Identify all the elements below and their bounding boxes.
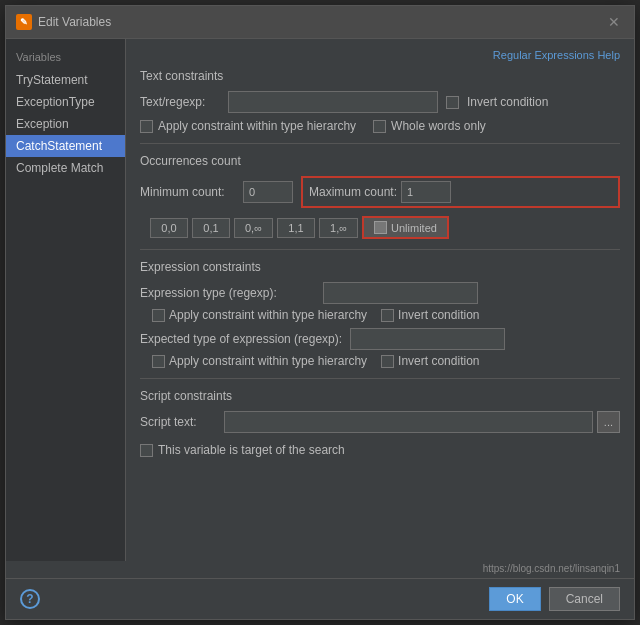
- title-bar: ✎ Edit Variables ✕: [6, 6, 634, 39]
- unlimited-button[interactable]: Unlimited: [362, 216, 449, 239]
- expected-type-label: Expected type of expression (regexp):: [140, 332, 342, 346]
- help-link[interactable]: Regular Expressions Help: [140, 49, 620, 61]
- min-count-label: Minimum count:: [140, 185, 235, 199]
- footer-right: OK Cancel: [489, 587, 620, 611]
- apply-constraint-checkbox-3[interactable]: [152, 355, 165, 368]
- apply-constraint-label-1: Apply constraint within type hierarchy: [158, 119, 356, 133]
- text-constraints-title: Text constraints: [140, 69, 620, 83]
- preset-1-inf[interactable]: 1,∞: [319, 218, 358, 238]
- invert-condition-checkbox-1[interactable]: [446, 96, 459, 109]
- dialog-title: Edit Variables: [38, 15, 111, 29]
- sidebar-item-complete-match[interactable]: Complete Match: [6, 157, 125, 179]
- sidebar-item-exception[interactable]: Exception: [6, 113, 125, 135]
- max-count-label: Maximum count:: [309, 185, 397, 199]
- max-count-input[interactable]: [401, 181, 451, 203]
- sidebar-item-exception-type[interactable]: ExceptionType: [6, 91, 125, 113]
- occurrences-title: Occurrences count: [140, 154, 620, 168]
- unlimited-checkbox-icon: [374, 221, 387, 234]
- ok-button[interactable]: OK: [489, 587, 540, 611]
- apply-constraint-row-1: Apply constraint within type hierarchy W…: [140, 119, 620, 133]
- apply-constraint-checkbox-2[interactable]: [152, 309, 165, 322]
- target-checkbox[interactable]: [140, 444, 153, 457]
- script-constraints-title: Script constraints: [140, 389, 620, 403]
- apply-constraint-label-3: Apply constraint within type hierarchy: [169, 354, 367, 368]
- apply-constraint-label-2: Apply constraint within type hierarchy: [169, 308, 367, 322]
- watermark: https://blog.csdn.net/linsanqin1: [6, 561, 634, 578]
- expected-type-row: Expected type of expression (regexp):: [140, 328, 620, 350]
- max-count-section: Maximum count:: [301, 176, 620, 208]
- expr-type-label: Expression type (regexp):: [140, 286, 315, 300]
- edit-variables-dialog: ✎ Edit Variables ✕ Variables TryStatemen…: [5, 5, 635, 620]
- dialog-footer: ? OK Cancel: [6, 578, 634, 619]
- whole-words-label: Whole words only: [391, 119, 486, 133]
- invert-condition-label-1: Invert condition: [467, 95, 548, 109]
- footer-left: ?: [20, 589, 40, 609]
- script-text-label: Script text:: [140, 415, 220, 429]
- sidebar-label: Variables: [6, 47, 125, 69]
- invert-condition-label-2: Invert condition: [398, 308, 479, 322]
- divider-2: [140, 249, 620, 250]
- sidebar-item-catch-statement[interactable]: CatchStatement: [6, 135, 125, 157]
- help-circle-button[interactable]: ?: [20, 589, 40, 609]
- invert-condition-checkbox-2[interactable]: [381, 309, 394, 322]
- min-count-input[interactable]: [243, 181, 293, 203]
- expr-type-row: Expression type (regexp):: [140, 282, 620, 304]
- target-row: This variable is target of the search: [140, 443, 620, 457]
- script-dots-button[interactable]: ...: [597, 411, 620, 433]
- sidebar: Variables TryStatement ExceptionType Exc…: [6, 39, 126, 561]
- target-label: This variable is target of the search: [158, 443, 345, 457]
- expected-type-input[interactable]: [350, 328, 505, 350]
- whole-words-checkbox[interactable]: [373, 120, 386, 133]
- sidebar-item-try-statement[interactable]: TryStatement: [6, 69, 125, 91]
- main-content: Regular Expressions Help Text constraint…: [126, 39, 634, 561]
- text-regexp-row: Text/regexp: Invert condition: [140, 91, 620, 113]
- text-regexp-label: Text/regexp:: [140, 95, 220, 109]
- apply-constraint-checkbox-1[interactable]: [140, 120, 153, 133]
- script-text-row: Script text: ...: [140, 411, 620, 433]
- script-text-input[interactable]: [224, 411, 593, 433]
- apply-constraint-row-3: Apply constraint within type hierarchy I…: [152, 354, 620, 368]
- divider-1: [140, 143, 620, 144]
- divider-3: [140, 378, 620, 379]
- expression-constraints-title: Expression constraints: [140, 260, 620, 274]
- invert-condition-checkbox-3[interactable]: [381, 355, 394, 368]
- close-button[interactable]: ✕: [604, 12, 624, 32]
- dialog-body: Variables TryStatement ExceptionType Exc…: [6, 39, 634, 561]
- unlimited-label: Unlimited: [391, 222, 437, 234]
- preset-row: 0,0 0,1 0,∞ 1,1 1,∞ Unlimited: [150, 216, 620, 239]
- dialog-icon: ✎: [16, 14, 32, 30]
- apply-constraint-row-2: Apply constraint within type hierarchy I…: [152, 308, 620, 322]
- preset-1-1[interactable]: 1,1: [277, 218, 315, 238]
- count-row: Minimum count: Maximum count:: [140, 176, 620, 208]
- title-bar-left: ✎ Edit Variables: [16, 14, 111, 30]
- preset-0-1[interactable]: 0,1: [192, 218, 230, 238]
- text-regexp-input[interactable]: [228, 91, 438, 113]
- expr-type-input[interactable]: [323, 282, 478, 304]
- cancel-button[interactable]: Cancel: [549, 587, 620, 611]
- preset-0-0[interactable]: 0,0: [150, 218, 188, 238]
- preset-0-inf[interactable]: 0,∞: [234, 218, 273, 238]
- invert-condition-label-3: Invert condition: [398, 354, 479, 368]
